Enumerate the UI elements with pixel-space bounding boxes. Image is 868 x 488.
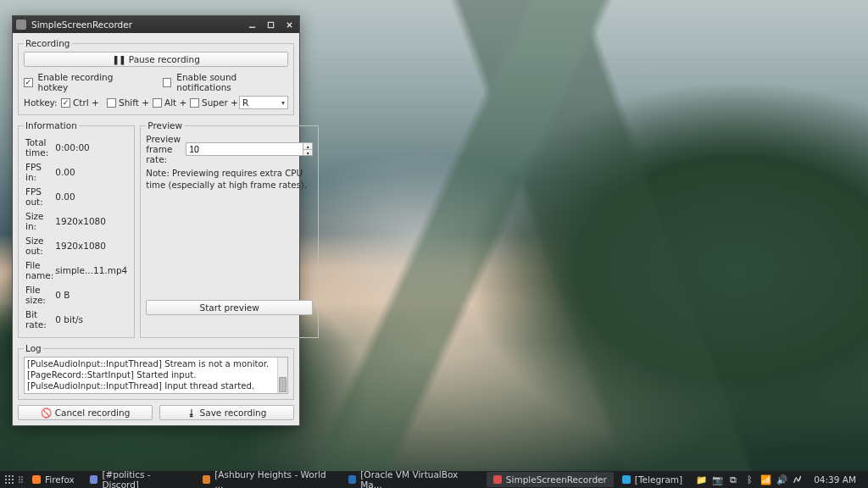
minimize-button[interactable] <box>245 19 259 30</box>
log-line: [PulseAudioInput::InputThread] Input thr… <box>27 380 275 391</box>
checkbox-icon <box>190 98 199 108</box>
spin-down-icon[interactable]: ▾ <box>303 149 313 156</box>
log-line: [FastResampler::Resample] Resample ratio… <box>27 391 275 394</box>
enable-hotkey-label: Enable recording hotkey <box>38 72 141 92</box>
checkbox-icon <box>153 98 162 108</box>
scrollbar-thumb[interactable] <box>279 377 287 392</box>
preview-framerate-input[interactable] <box>186 142 303 156</box>
info-size-in: 1920x1080 <box>55 209 127 232</box>
taskbar-item-label: SimpleScreenRecorder <box>506 474 607 485</box>
taskbar-item-label: [Telegram] <box>635 474 682 485</box>
taskbar-item[interactable]: [Telegram] <box>615 472 689 487</box>
log-textarea[interactable]: [PulseAudioInput::InputThread] Stream is… <box>24 357 288 394</box>
volume-tray-icon[interactable]: 🔊 <box>776 474 787 485</box>
cancel-recording-label: Cancel recording <box>55 408 131 418</box>
information-group: Information Total time:0:00:00 FPS in:0.… <box>18 120 135 338</box>
taskbar-item-label: [Ashbury Heights - World ... <box>214 469 332 488</box>
preview-note: Note: Previewing requires extra CPU time… <box>146 168 313 191</box>
log-group: Log [PulseAudioInput::InputThread] Strea… <box>18 343 294 400</box>
start-preview-label: Start preview <box>200 302 259 313</box>
log-line: [PulseAudioInput::InputThread] Stream is… <box>27 358 275 369</box>
log-line: [PageRecord::StartInput] Started input. <box>27 369 275 380</box>
checkbox-icon <box>24 78 33 87</box>
save-icon: ⭳ <box>187 408 197 418</box>
titlebar[interactable]: SimpleScreenRecorder <box>13 16 299 33</box>
taskbar-item[interactable]: [Ashbury Heights - World ... <box>196 472 340 487</box>
taskbar-app-icon <box>622 475 631 484</box>
preview-framerate-spinbox[interactable]: ▴ ▾ <box>186 142 313 156</box>
hotkey-key-select[interactable]: R ▾ <box>239 96 288 109</box>
taskbar-item-label: [Oracle VM VirtualBox Ma... <box>360 469 478 488</box>
taskbar-item-label: [#politics - Discord] <box>102 469 186 488</box>
start-preview-button[interactable]: Start preview <box>146 300 313 315</box>
svg-point-6 <box>12 475 14 477</box>
svg-point-10 <box>5 482 7 484</box>
recording-legend: Recording <box>24 38 72 48</box>
preview-framerate-label: Preview frame rate: <box>146 134 181 164</box>
app-icon <box>16 19 26 30</box>
svg-point-4 <box>5 475 7 477</box>
bluetooth-tray-icon[interactable]: ᛒ <box>744 474 754 485</box>
taskbar-app-icon <box>32 475 41 484</box>
svg-point-5 <box>8 475 10 477</box>
battery-tray-icon[interactable]: 🗲 <box>793 474 803 485</box>
taskbar-app-icon <box>348 475 357 484</box>
hotkey-ctrl-checkbox[interactable]: Ctrl + <box>61 97 107 108</box>
maximize-button[interactable] <box>264 19 277 30</box>
preview-area <box>146 191 313 300</box>
cancel-recording-button[interactable]: 🚫 Cancel recording <box>18 405 153 420</box>
hotkey-shift-checkbox[interactable]: Shift + <box>107 97 153 108</box>
cancel-icon: 🚫 <box>41 408 52 419</box>
hotkey-super-checkbox[interactable]: Super + <box>190 97 239 108</box>
save-recording-label: Save recording <box>200 408 267 418</box>
taskbar-item[interactable]: [Oracle VM VirtualBox Ma... <box>342 472 485 487</box>
svg-point-9 <box>12 479 14 480</box>
log-legend: Log <box>24 343 43 353</box>
log-scrollbar[interactable] <box>277 358 287 393</box>
hotkey-key-value: R <box>242 97 248 108</box>
svg-point-11 <box>8 482 10 484</box>
svg-rect-1 <box>268 22 273 27</box>
spin-up-icon[interactable]: ▴ <box>303 142 313 149</box>
checkbox-icon <box>61 98 70 108</box>
info-file-size: 0 B <box>55 283 127 306</box>
taskbar-item[interactable]: SimpleScreenRecorder <box>487 472 614 487</box>
app-launcher-button[interactable] <box>0 471 19 488</box>
info-table: Total time:0:00:00 FPS in:0.00 FPS out:0… <box>24 134 129 332</box>
enable-hotkey-checkbox[interactable]: Enable recording hotkey <box>24 72 141 92</box>
svg-point-7 <box>5 479 7 480</box>
folder-tray-icon[interactable]: 📁 <box>696 474 706 485</box>
pause-recording-button[interactable]: ❚❚ Pause recording <box>24 52 288 67</box>
preview-legend: Preview <box>146 120 184 130</box>
preview-group: Preview Preview frame rate: ▴ ▾ Note: Pr… <box>140 120 319 338</box>
taskbar-item[interactable]: Firefox <box>25 472 81 487</box>
info-file-name: simple...11.mp4 <box>55 258 127 281</box>
clock[interactable]: 04:39 AM <box>809 474 861 485</box>
taskbar-app-icon <box>90 475 98 484</box>
taskbar[interactable]: Firefox[#politics - Discord][Ashbury Hei… <box>0 471 868 488</box>
wifi-tray-icon[interactable]: 📶 <box>760 474 771 485</box>
hotkey-alt-checkbox[interactable]: Alt + <box>153 97 190 108</box>
dropbox-tray-icon[interactable]: ⧉ <box>728 474 738 485</box>
spin-buttons[interactable]: ▴ ▾ <box>303 142 313 156</box>
checkbox-icon <box>107 98 116 108</box>
checkbox-icon <box>163 78 172 87</box>
svg-point-12 <box>12 482 14 484</box>
chevron-down-icon: ▾ <box>281 99 285 107</box>
enable-sound-label: Enable sound notifications <box>176 72 288 92</box>
taskbar-item[interactable]: [#politics - Discord] <box>83 472 194 487</box>
info-fps-out: 0.00 <box>55 185 127 208</box>
task-items: Firefox[#politics - Discord][Ashbury Hei… <box>24 471 689 488</box>
pause-icon: ❚❚ <box>112 54 125 64</box>
save-recording-button[interactable]: ⭳ Save recording <box>159 405 294 420</box>
close-button[interactable] <box>282 19 296 30</box>
info-total-time: 0:00:00 <box>55 136 127 158</box>
enable-sound-checkbox[interactable]: Enable sound notifications <box>163 72 288 92</box>
pause-recording-label: Pause recording <box>129 54 200 64</box>
system-tray: 📁 📷 ⧉ ᛒ 📶 🔊 🗲 04:39 AM <box>689 471 868 488</box>
camera-tray-icon[interactable]: 📷 <box>712 474 722 485</box>
taskbar-app-icon <box>203 475 211 484</box>
taskbar-app-icon <box>493 475 502 484</box>
svg-point-8 <box>8 479 10 480</box>
info-bit-rate: 0 bit/s <box>55 308 127 330</box>
